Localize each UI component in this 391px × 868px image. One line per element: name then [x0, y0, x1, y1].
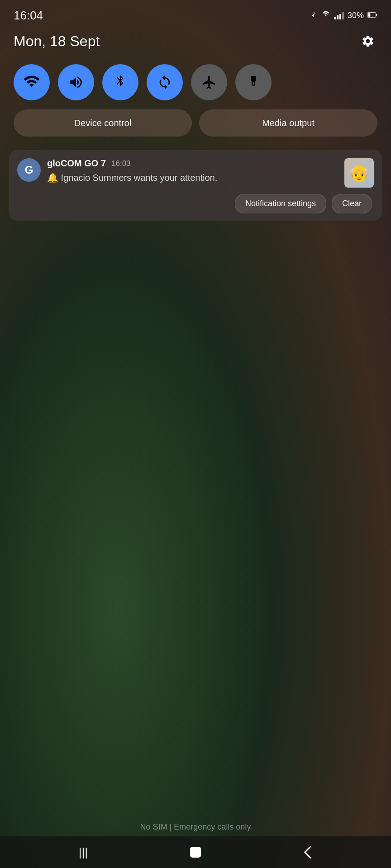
notification-settings-button[interactable]: Notification settings	[235, 194, 326, 213]
airplane-toggle[interactable]	[191, 64, 227, 100]
recents-button[interactable]: |||	[72, 841, 95, 863]
battery-icon	[367, 11, 377, 20]
media-output-button[interactable]: Media output	[199, 109, 377, 137]
sync-toggle[interactable]	[147, 64, 183, 100]
svg-rect-1	[376, 14, 377, 16]
settings-button[interactable]	[358, 32, 377, 51]
nav-bar: |||	[0, 836, 391, 868]
device-control-button[interactable]: Device control	[14, 109, 192, 137]
date-text: Mon, 18 Sept	[14, 33, 100, 50]
quick-actions: Device control Media output	[0, 109, 391, 146]
status-bar: 16:04 30%	[0, 0, 391, 27]
status-time: 16:04	[14, 9, 43, 23]
notification-body: 🔔 Ignacio Summers wants your attention.	[47, 171, 338, 184]
signal-icon	[334, 11, 344, 19]
bottom-status: No SIM | Emergency calls only	[0, 822, 391, 832]
flashlight-toggle[interactable]	[235, 64, 272, 100]
chevron-up-icon[interactable]: ⌃	[366, 158, 374, 169]
home-button[interactable]	[184, 841, 207, 863]
bluetooth-status-icon	[310, 10, 318, 21]
sound-toggle[interactable]	[58, 64, 94, 100]
clear-button[interactable]: Clear	[332, 194, 372, 213]
notification-time: 16:03	[111, 159, 131, 168]
notification-card: G gloCOM GO 7 16:03 🔔 Ignacio Summers wa…	[9, 150, 382, 221]
wifi-status-icon	[321, 11, 330, 20]
quick-toggles	[0, 60, 391, 109]
svg-rect-2	[368, 13, 370, 17]
app-name: gloCOM GO 7	[47, 158, 106, 169]
svg-rect-3	[191, 847, 200, 857]
back-button[interactable]	[296, 841, 319, 863]
date-row: Mon, 18 Sept	[0, 27, 391, 60]
status-icons: 30%	[310, 10, 377, 21]
app-icon: G	[17, 158, 41, 182]
notification-actions: Notification settings Clear	[17, 188, 374, 221]
wifi-toggle[interactable]	[14, 64, 50, 100]
notification-title-row: gloCOM GO 7 16:03	[47, 158, 338, 169]
notification-header: G gloCOM GO 7 16:03 🔔 Ignacio Summers wa…	[17, 158, 374, 188]
battery-text: 30%	[348, 11, 364, 20]
bluetooth-toggle[interactable]	[102, 64, 138, 100]
notification-content: gloCOM GO 7 16:03 🔔 Ignacio Summers want…	[47, 158, 338, 184]
